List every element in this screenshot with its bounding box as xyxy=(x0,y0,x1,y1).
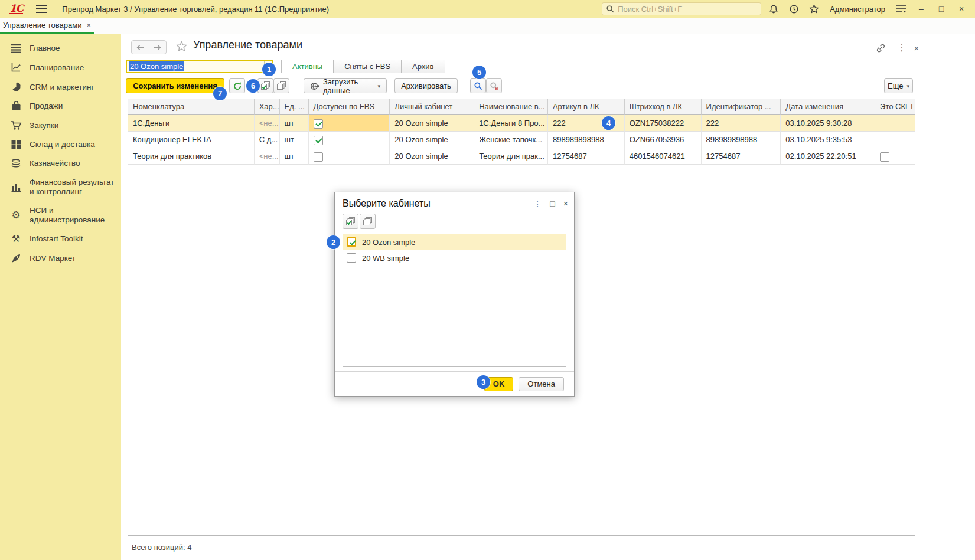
column-header[interactable]: Хар... xyxy=(255,99,280,115)
cell-skgt[interactable] xyxy=(875,132,915,148)
window-maximize-button[interactable]: □ xyxy=(934,4,949,14)
dialog-close-icon[interactable]: × xyxy=(563,199,568,208)
cell-identifier[interactable]: 222 xyxy=(702,115,781,132)
search-table-button[interactable] xyxy=(470,78,486,93)
cabinet-checkbox[interactable] xyxy=(347,253,356,263)
cell-skgt[interactable] xyxy=(875,148,915,165)
uncheck-all-button[interactable] xyxy=(360,214,376,229)
save-changes-button[interactable]: Сохранить изменения xyxy=(126,78,224,93)
sidebar-item-infostart-toolkit[interactable]: ⚒ Infostart Toolkit xyxy=(0,230,121,248)
table-row[interactable]: Кондиционер ELEKTA С д... шт 20 Ozon sim… xyxy=(128,132,915,148)
sidebar-item-warehouse[interactable]: Склад и доставка xyxy=(0,135,121,154)
column-header[interactable]: Доступен по FBS xyxy=(309,99,390,115)
cell-modified[interactable]: 02.10.2025 22:20:51 xyxy=(781,148,875,165)
skgt-checkbox[interactable] xyxy=(880,152,889,162)
window-minimize-button[interactable]: – xyxy=(914,4,929,14)
global-search-box[interactable] xyxy=(602,2,761,15)
sidebar-item-purchases[interactable]: Закупки xyxy=(0,116,121,135)
cell-barcode[interactable]: OZN667053936 xyxy=(625,132,702,148)
cell-fbs[interactable] xyxy=(309,132,390,148)
column-header[interactable]: Номенклатура xyxy=(128,99,255,115)
refresh-button[interactable] xyxy=(229,78,245,93)
column-header[interactable]: Наименование в... xyxy=(474,99,548,115)
load-data-button[interactable]: Загрузить данные ▾ xyxy=(304,78,387,93)
sidebar-item-nsi-administration[interactable]: ⚙ НСИ и администрирование xyxy=(0,201,121,230)
cell-characteristic[interactable]: <не... xyxy=(255,115,280,132)
notifications-bell-icon[interactable] xyxy=(766,2,781,15)
table-row[interactable]: 1С:Деньги <не... шт 20 Ozon simple 1С:Де… xyxy=(128,115,915,132)
cell-skgt[interactable] xyxy=(875,115,915,132)
cell-characteristic[interactable]: <не... xyxy=(255,148,280,165)
cell-identifier[interactable]: 898989898988 xyxy=(702,132,781,148)
sidebar-item-crm[interactable]: CRM и маркетинг xyxy=(0,77,121,97)
cell-marketplace-name[interactable]: Женские тапочк... xyxy=(474,132,548,148)
cell-nomenclature[interactable]: Теория для практиков xyxy=(128,148,255,165)
column-header[interactable]: Дата изменения xyxy=(781,99,875,115)
table-row[interactable]: Теория для практиков <не... шт 20 Ozon s… xyxy=(128,148,915,165)
archive-button[interactable]: Архивировать xyxy=(394,78,458,93)
cancel-search-button[interactable] xyxy=(486,78,502,93)
fbs-checkbox[interactable] xyxy=(314,119,323,129)
dialog-kebab-menu-icon[interactable]: ⋮ xyxy=(533,199,542,208)
sidebar-item-planning[interactable]: Планирование xyxy=(0,58,121,77)
cell-unit[interactable]: шт xyxy=(280,148,309,165)
cabinet-list-item[interactable]: 20 WB simple xyxy=(343,250,566,266)
cell-cabinet[interactable]: 20 Ozon simple xyxy=(390,148,474,165)
cell-barcode[interactable]: 4601546074621 xyxy=(625,148,702,165)
favorites-star-icon[interactable] xyxy=(806,2,821,15)
dialog-maximize-icon[interactable]: □ xyxy=(550,199,555,208)
cell-nomenclature[interactable]: Кондиционер ELEKTA xyxy=(128,132,255,148)
more-button[interactable]: Еще ▾ xyxy=(884,78,913,93)
cell-modified[interactable]: 03.10.2025 9:35:53 xyxy=(781,132,875,148)
cell-article[interactable]: 898989898988 xyxy=(548,132,625,148)
cabinet-list-item[interactable]: 20 Ozon simple xyxy=(343,234,566,250)
add-to-favorites-star-icon[interactable] xyxy=(175,41,188,53)
cell-characteristic[interactable]: С д... xyxy=(255,132,280,148)
history-clock-icon[interactable] xyxy=(786,2,801,15)
forward-button[interactable] xyxy=(149,41,167,54)
clear-all-flags-button[interactable] xyxy=(273,78,289,93)
service-menu-icon[interactable] xyxy=(894,2,909,15)
column-header[interactable]: Артикул в ЛК xyxy=(548,99,625,115)
cabinet-filter-input[interactable]: 20 Ozon simple xyxy=(126,60,273,73)
sidebar-item-sales[interactable]: Продажи xyxy=(0,97,121,116)
tab-removed-from-fbs[interactable]: Сняты с FBS xyxy=(334,60,402,73)
form-close-icon[interactable]: × xyxy=(910,42,923,54)
cell-marketplace-name[interactable]: Теория для прак... xyxy=(474,148,548,165)
column-header[interactable]: Личный кабинет xyxy=(390,99,474,115)
cell-identifier[interactable]: 12754687 xyxy=(702,148,781,165)
form-kebab-menu-icon[interactable]: ⋮ xyxy=(895,42,908,54)
cell-fbs[interactable] xyxy=(309,115,390,132)
main-menu-icon[interactable] xyxy=(36,5,47,13)
tab-archive[interactable]: Архив xyxy=(402,60,445,73)
cabinet-checkbox[interactable] xyxy=(347,237,356,247)
global-search-input[interactable] xyxy=(618,5,757,14)
sidebar-item-rdv-market[interactable]: RDV Маркет xyxy=(0,248,121,268)
cell-nomenclature[interactable]: 1С:Деньги xyxy=(128,115,255,132)
cell-barcode[interactable]: OZN175038222 xyxy=(625,115,702,132)
column-header[interactable]: Идентификатор ... xyxy=(702,99,781,115)
tab-close-icon[interactable]: × xyxy=(86,21,91,30)
cancel-button[interactable]: Отмена xyxy=(519,377,564,391)
tab-product-management[interactable]: Управление товарами × xyxy=(0,18,94,34)
cell-modified[interactable]: 03.10.2025 9:30:28 xyxy=(781,115,875,132)
cell-marketplace-name[interactable]: 1С:Деньги 8 Про... xyxy=(474,115,548,132)
current-user-label[interactable]: Администратор xyxy=(830,5,885,14)
get-link-icon[interactable] xyxy=(874,42,887,54)
check-all-button[interactable] xyxy=(343,214,358,229)
cell-cabinet[interactable]: 20 Ozon simple xyxy=(390,132,474,148)
back-button[interactable] xyxy=(132,41,149,54)
column-header[interactable]: Это СКГТ xyxy=(875,99,915,115)
column-header[interactable]: Штрихкод в ЛК xyxy=(625,99,702,115)
cell-cabinet[interactable]: 20 Ozon simple xyxy=(390,115,474,132)
fbs-checkbox[interactable] xyxy=(314,136,323,145)
sidebar-item-treasury[interactable]: Казначейство xyxy=(0,154,121,173)
cell-unit[interactable]: шт xyxy=(280,132,309,148)
sidebar-item-main[interactable]: Главное xyxy=(0,39,121,58)
cell-article[interactable]: 12754687 xyxy=(548,148,625,165)
column-header[interactable]: Ед. ... xyxy=(280,99,309,115)
tab-active-products[interactable]: Активны xyxy=(281,60,334,73)
window-close-button[interactable]: × xyxy=(954,4,969,14)
sidebar-item-financial-result[interactable]: Финансовый результат и контроллинг xyxy=(0,173,121,201)
fbs-checkbox[interactable] xyxy=(314,152,323,162)
